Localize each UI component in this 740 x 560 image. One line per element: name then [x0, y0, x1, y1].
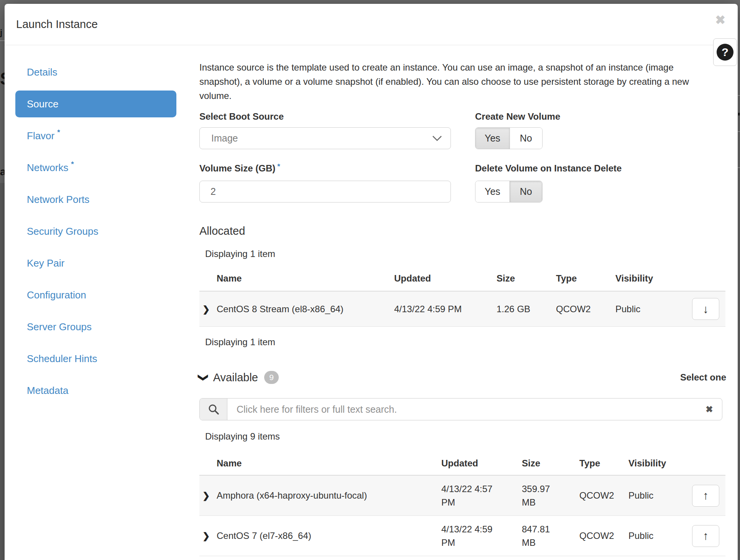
column-updated: Updated — [441, 458, 522, 469]
sidebar-item-security-groups[interactable]: Security Groups — [15, 216, 176, 247]
allocated-count-top: Displaying 1 item — [199, 249, 726, 260]
backdrop-line — [0, 40, 5, 41]
select-one-hint: Select one — [680, 372, 726, 383]
source-step-panel: Instance source is the template used to … — [199, 56, 726, 556]
backdrop-text-fragment: a — [0, 166, 5, 178]
arrow-up-icon: ↑ — [703, 489, 709, 502]
image-type: QCOW2 — [556, 304, 615, 315]
delete-volume-yes-button[interactable]: Yes — [475, 181, 510, 202]
sidebar-item-details[interactable]: Details — [15, 56, 176, 88]
delete-volume-label: Delete Volume on Instance Delete — [475, 163, 726, 175]
collapse-chevron-icon[interactable]: ❯ — [197, 373, 209, 382]
chevron-right-icon[interactable]: ❯ — [202, 531, 210, 541]
image-size: 359.97 MB — [522, 482, 558, 509]
screen: j S a Launch Instance ✖ ? Details Source… — [0, 0, 740, 560]
allocated-count-bottom: Displaying 1 item — [199, 337, 726, 348]
image-visibility: Public — [615, 304, 690, 315]
sidebar-item-networks[interactable]: Networks* — [15, 152, 176, 184]
search-button[interactable] — [200, 399, 227, 420]
column-type: Type — [556, 273, 615, 284]
image-type: QCOW2 — [579, 530, 628, 541]
arrow-down-icon: ↓ — [703, 303, 709, 316]
chevron-right-icon[interactable]: ❯ — [202, 304, 210, 314]
delete-volume-no-button[interactable]: No — [510, 181, 542, 202]
available-heading: Available — [213, 371, 258, 384]
required-asterisk: * — [277, 162, 280, 170]
allocate-button[interactable]: ↑ — [692, 525, 719, 547]
backdrop-dot — [738, 113, 740, 115]
allocated-table-header: Name Updated Size Type Visibility — [199, 273, 725, 292]
column-updated: Updated — [394, 273, 497, 284]
table-row: ❯ Amphora (x64-haproxy-ubuntu-focal) 4/1… — [199, 476, 725, 516]
sidebar-item-flavor[interactable]: Flavor* — [15, 120, 176, 152]
image-type: QCOW2 — [579, 490, 628, 501]
allocate-button[interactable]: ↑ — [692, 485, 719, 507]
sidebar-item-configuration[interactable]: Configuration — [15, 279, 176, 311]
backdrop-text-fragment: S — [0, 68, 5, 89]
image-updated: 4/13/22 4:59 PM — [394, 304, 497, 315]
chevron-right-icon[interactable]: ❯ — [202, 491, 210, 501]
backdrop-shade — [0, 183, 5, 560]
backdrop-line — [738, 167, 740, 168]
boot-source-label: Select Boot Source — [199, 111, 451, 123]
available-table-header: Name Updated Size Type Visibility — [199, 458, 725, 476]
allocated-table: Name Updated Size Type Visibility ❯ Cent… — [199, 273, 725, 327]
delete-volume-toggle: Yes No — [475, 181, 543, 203]
available-heading-row: ❯ Available 9 Select one — [199, 371, 726, 384]
create-volume-no-button[interactable]: No — [510, 128, 542, 149]
arrow-up-icon: ↑ — [703, 529, 709, 542]
column-type: Type — [579, 458, 628, 469]
source-form: Select Boot Source Create New Volume Ima… — [199, 103, 726, 203]
question-circle-icon: ? — [717, 44, 733, 61]
sidebar-item-source[interactable]: Source — [15, 91, 176, 117]
filter-search-bar: ✖ — [199, 398, 722, 420]
required-asterisk: * — [71, 160, 74, 168]
source-description: Instance source is the template used to … — [199, 60, 698, 103]
sidebar-item-server-groups[interactable]: Server Groups — [15, 311, 176, 343]
create-new-volume-toggle: Yes No — [475, 127, 543, 149]
image-size: 1.26 GB — [497, 304, 556, 315]
available-table: Name Updated Size Type Visibility ❯ Amph… — [199, 458, 725, 556]
available-count-badge: 9 — [264, 371, 279, 384]
volume-size-input[interactable] — [199, 181, 451, 203]
table-row: ❯ CentOS 8 Stream (el8-x86_64) 4/13/22 4… — [199, 292, 725, 327]
backdrop-line — [738, 95, 740, 96]
sidebar-item-network-ports[interactable]: Network Ports — [15, 184, 176, 216]
image-updated: 4/13/22 4:57 PM — [441, 482, 505, 509]
close-icon[interactable]: ✖ — [715, 14, 725, 26]
modal-title: Launch Instance — [16, 18, 98, 31]
available-count: Displaying 9 items — [199, 431, 726, 443]
image-visibility: Public — [628, 530, 690, 541]
clear-search-icon[interactable]: ✖ — [697, 399, 722, 420]
search-icon — [208, 404, 219, 415]
launch-instance-modal: Launch Instance ✖ ? Details Source Flavo… — [5, 4, 738, 560]
required-asterisk: * — [57, 128, 60, 137]
column-name: Name — [217, 458, 441, 469]
image-visibility: Public — [628, 490, 690, 501]
search-input[interactable] — [227, 399, 697, 420]
create-new-volume-label: Create New Volume — [475, 111, 726, 123]
volume-size-label: Volume Size (GB) — [199, 163, 275, 173]
image-name: CentOS 8 Stream (el8-x86_64) — [217, 304, 394, 315]
column-name: Name — [217, 273, 394, 284]
sidebar-item-metadata[interactable]: Metadata — [15, 375, 176, 407]
column-size: Size — [522, 458, 579, 469]
deallocate-button[interactable]: ↓ — [692, 298, 719, 320]
create-volume-yes-button[interactable]: Yes — [475, 128, 510, 149]
backdrop-text-fragment: j — [0, 28, 5, 38]
image-name: Amphora (x64-haproxy-ubuntu-focal) — [217, 490, 441, 501]
boot-source-select[interactable]: Image — [199, 127, 451, 149]
allocated-heading: Allocated — [199, 224, 726, 238]
image-name: CentOS 7 (el7-x86_64) — [217, 530, 441, 541]
column-visibility: Visibility — [615, 273, 690, 284]
image-size: 847.81 MB — [522, 522, 558, 549]
table-row: ❯ CentOS 7 (el7-x86_64) 4/13/22 4:59 PM … — [199, 516, 725, 556]
column-visibility: Visibility — [628, 458, 690, 469]
column-size: Size — [497, 273, 556, 284]
modal-header: Launch Instance ✖ — [5, 4, 738, 45]
chevron-down-icon — [432, 135, 442, 142]
sidebar-item-scheduler-hints[interactable]: Scheduler Hints — [15, 343, 176, 375]
sidebar-item-key-pair[interactable]: Key Pair — [15, 247, 176, 279]
wizard-sidebar: Details Source Flavor* Networks* Network… — [15, 56, 176, 407]
help-button[interactable]: ? — [713, 38, 737, 66]
